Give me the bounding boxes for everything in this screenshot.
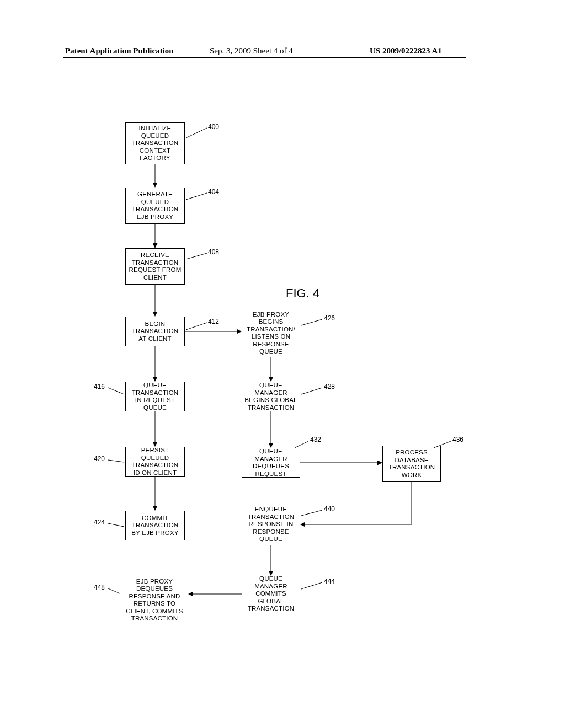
box-404: GENERATE QUEUED TRANSACTION EJB PROXY <box>125 188 185 224</box>
label-440: 440 <box>324 505 335 513</box>
label-426: 426 <box>324 314 335 322</box>
header-right: US 2009/0222823 A1 <box>370 46 442 56</box>
svg-line-20 <box>301 319 322 325</box>
svg-line-16 <box>108 388 124 394</box>
page-header: Patent Application Publication Sep. 3, 2… <box>0 46 565 62</box>
label-448: 448 <box>94 584 105 591</box>
svg-line-18 <box>108 523 124 527</box>
box-420: PERSIST QUEUED TRANSACTION ID ON CLIENT <box>125 447 185 477</box>
svg-line-23 <box>301 582 322 589</box>
svg-line-17 <box>108 460 124 462</box>
box-416: QUEUE TRANSACTION IN REQUEST QUEUE <box>125 382 185 411</box>
box-426: EJB PROXY BEGINS TRANSACTION/ LISTENS ON… <box>242 309 300 357</box>
svg-line-15 <box>186 323 207 330</box>
svg-line-13 <box>186 193 207 200</box>
header-center: Sep. 3, 2009 Sheet 4 of 4 <box>210 46 293 56</box>
box-424: COMMIT TRANSACTION BY EJB PROXY <box>125 511 185 540</box>
box-448: EJB PROXY DEQUEUES RESPONSE AND RETURNS … <box>121 576 188 624</box>
svg-line-19 <box>108 588 120 593</box>
box-432: QUEUE MANAGER DEQUEUES REQUEST <box>242 448 300 478</box>
label-404: 404 <box>208 188 219 196</box>
label-436: 436 <box>452 436 463 443</box>
box-400: INITIALIZE QUEUED TRANSACTION CONTEXT FA… <box>125 122 185 164</box>
label-412: 412 <box>208 318 219 325</box>
label-416: 416 <box>94 383 105 390</box>
box-428: QUEUE MANAGER BEGINS GLOBAL TRANSACTION <box>242 382 300 411</box>
label-424: 424 <box>94 518 105 526</box>
box-408: RECEIVE TRANSACTION REQUEST FROM CLIENT <box>125 248 185 285</box>
svg-line-24 <box>295 441 308 448</box>
box-444: QUEUE MANAGER COMMITS GLOBAL TRANSACTION <box>242 576 300 612</box>
label-428: 428 <box>324 383 335 390</box>
svg-line-22 <box>301 510 322 516</box>
diagram-arrows <box>0 0 565 728</box>
box-436: PROCESS DATABASE TRANSACTION WORK <box>382 446 441 482</box>
svg-line-12 <box>186 128 207 138</box>
box-412: BEGIN TRANSACTION AT CLIENT <box>125 317 185 346</box>
label-408: 408 <box>208 248 219 256</box>
svg-line-21 <box>301 388 322 394</box>
header-left: Patent Application Publication <box>65 46 174 56</box>
label-432: 432 <box>310 436 321 443</box>
label-420: 420 <box>94 455 105 463</box>
svg-line-14 <box>186 253 207 259</box>
header-rule <box>63 57 466 58</box>
box-440: ENQUEUE TRANSACTION RESPONSE IN RESPONSE… <box>242 504 300 545</box>
label-400: 400 <box>208 123 219 131</box>
label-444: 444 <box>324 577 335 585</box>
figure-title: FIG. 4 <box>286 286 319 301</box>
